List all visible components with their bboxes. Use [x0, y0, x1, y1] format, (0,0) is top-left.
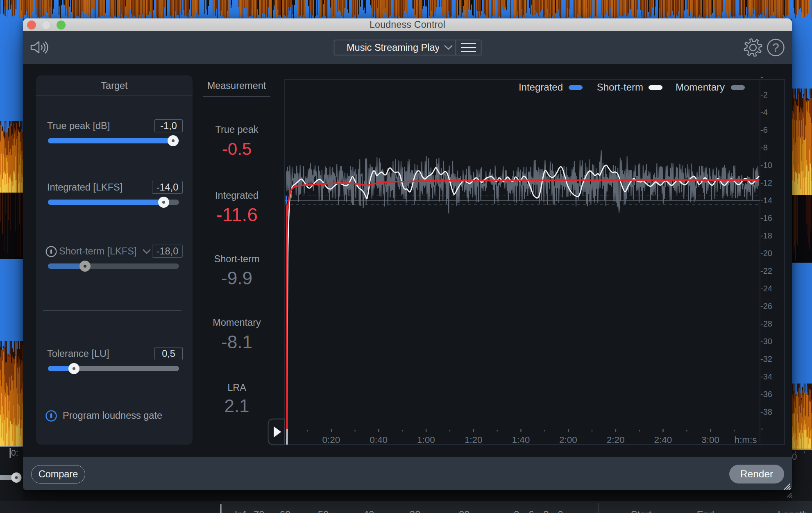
svg-text:h:m:s: h:m:s — [734, 435, 757, 445]
svg-text:1:00: 1:00 — [417, 435, 435, 445]
svg-text:-20: -20 — [760, 249, 772, 258]
svg-text:-30: -30 — [760, 337, 772, 346]
svg-text:1:40: 1:40 — [512, 435, 530, 445]
svg-text:3:00: 3:00 — [701, 435, 719, 445]
svg-text:-8: -8 — [760, 143, 768, 152]
svg-text:-: - — [760, 74, 763, 82]
svg-text:-38: -38 — [760, 407, 772, 416]
svg-text:0:20: 0:20 — [322, 435, 340, 445]
svg-text:2:40: 2:40 — [654, 435, 672, 445]
svg-text:Short-term: Short-term — [597, 82, 643, 93]
svg-text:-14: -14 — [760, 196, 772, 205]
svg-text:-24: -24 — [760, 284, 772, 293]
svg-text:-26: -26 — [760, 302, 772, 311]
svg-text:-18: -18 — [760, 231, 772, 240]
svg-text:0:40: 0:40 — [370, 435, 388, 445]
svg-text:-22: -22 — [760, 266, 772, 275]
svg-text:-2: -2 — [760, 90, 768, 99]
svg-text:-34: -34 — [760, 372, 772, 381]
svg-text:-6: -6 — [760, 125, 768, 134]
svg-text:-32: -32 — [760, 354, 772, 363]
svg-text:-: - — [760, 424, 763, 433]
svg-text:-36: -36 — [760, 390, 772, 399]
svg-text:-16: -16 — [760, 213, 772, 222]
svg-text:1:20: 1:20 — [465, 435, 483, 445]
svg-text:2:00: 2:00 — [559, 435, 577, 445]
svg-text:2:20: 2:20 — [607, 435, 625, 445]
svg-text:-28: -28 — [760, 319, 772, 328]
svg-text:-10: -10 — [760, 161, 772, 170]
svg-text:Integrated: Integrated — [519, 82, 563, 93]
svg-text:-12: -12 — [760, 178, 772, 187]
svg-text:Momentary: Momentary — [676, 82, 725, 93]
svg-text:-4: -4 — [760, 108, 768, 117]
